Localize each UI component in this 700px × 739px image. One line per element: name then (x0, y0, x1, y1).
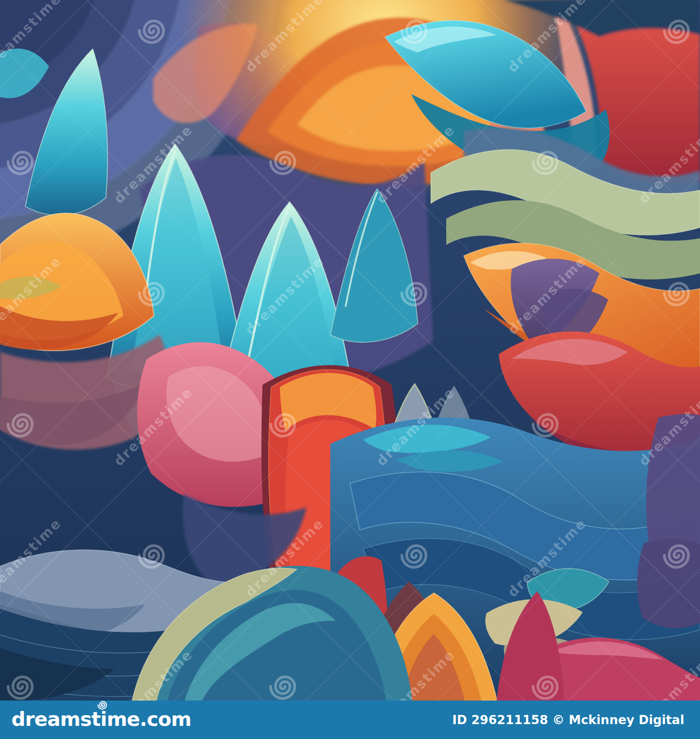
dreamstime-logo: dreamstime.com (11, 708, 191, 731)
footer-bar: dreamstime.com ID 296211158 © Mckinney D… (0, 701, 700, 739)
stock-image-preview: dreamstimedreamstimedreamstimedreamstime… (0, 0, 700, 739)
dreamstime-spiral-icon (97, 700, 108, 711)
abstract-wave-artwork (0, 0, 700, 701)
image-id-credit: ID 296211158 © Mckinney Digital (452, 713, 684, 727)
